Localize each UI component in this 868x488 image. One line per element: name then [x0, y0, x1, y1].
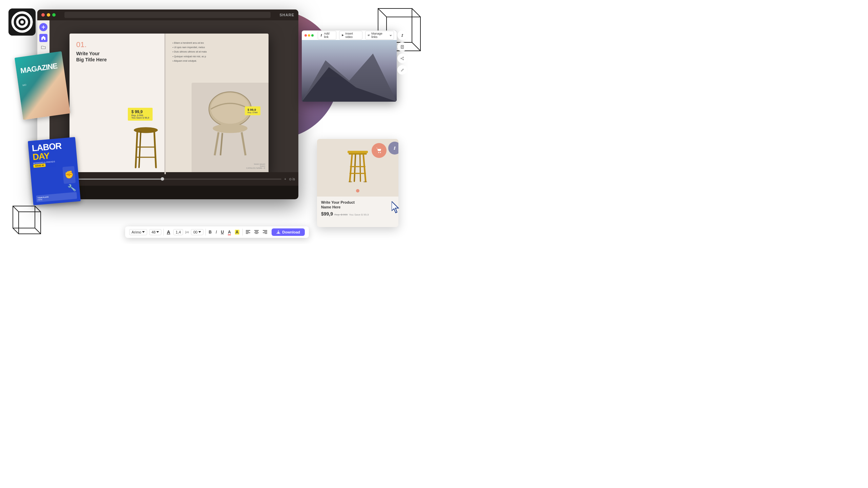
- insert-video-button[interactable]: Insert video: [339, 31, 362, 40]
- browser-dot-minimize[interactable]: [47, 13, 50, 17]
- product-image-area: [317, 139, 398, 197]
- page-icon: [400, 45, 404, 49]
- align-left-button[interactable]: [244, 229, 251, 236]
- vp-dot-green: [311, 34, 314, 37]
- link-small-icon: [400, 34, 404, 37]
- video-share-icon-btn[interactable]: [397, 54, 407, 63]
- text-color-button[interactable]: A: [227, 229, 232, 235]
- chevron-down-icon: [390, 34, 392, 37]
- product-link-button[interactable]: [388, 142, 398, 155]
- app-logo: [7, 7, 37, 37]
- manage-links-button[interactable]: Manage links: [365, 31, 394, 40]
- book-spine: [164, 34, 166, 174]
- folder-icon: [41, 45, 46, 50]
- sidebar-item-home[interactable]: [39, 34, 47, 42]
- svg-rect-71: [255, 233, 257, 234]
- svg-rect-68: [254, 230, 258, 231]
- svg-rect-73: [264, 231, 267, 232]
- underline-button[interactable]: U: [220, 229, 225, 235]
- timeline-info: ⊙ is: [289, 177, 295, 181]
- product-name: Write Your Product Name Here: [321, 200, 394, 210]
- video-link-icon-btn[interactable]: [397, 30, 407, 40]
- video-toolbar: Add link Insert video Manage links: [302, 30, 397, 40]
- browser-dot-close[interactable]: [41, 13, 45, 17]
- product-stool-svg: [344, 146, 371, 190]
- align-center-button[interactable]: [253, 229, 259, 236]
- video-panel: Add link Insert video Manage links: [302, 30, 397, 102]
- mag-teal-title: MAGAZINE: [20, 62, 58, 75]
- svg-line-3: [412, 8, 420, 17]
- svg-point-30: [211, 93, 249, 124]
- browser-share-button[interactable]: SHARE: [279, 13, 294, 17]
- download-button[interactable]: Download: [271, 228, 305, 236]
- plus-icon: [41, 25, 45, 29]
- font-size-selector[interactable]: 48: [149, 229, 161, 235]
- svg-rect-75: [264, 233, 267, 234]
- svg-rect-70: [254, 232, 258, 233]
- edit-icon: [400, 68, 404, 72]
- sidebar-add-button[interactable]: [39, 23, 47, 31]
- toolbar-divider-3: [242, 229, 242, 236]
- svg-rect-74: [262, 232, 267, 233]
- svg-line-26: [139, 132, 141, 167]
- font-size-large-button[interactable]: A: [166, 229, 171, 236]
- svg-line-5: [412, 42, 420, 51]
- line-height-label: |AI: [185, 230, 189, 234]
- video-side-icons: [397, 30, 407, 75]
- timeline-bar[interactable]: [65, 179, 281, 180]
- browser-titlebar: SHARE: [37, 9, 298, 20]
- add-link-button[interactable]: Add link: [318, 31, 336, 40]
- svg-rect-66: [245, 232, 250, 233]
- highlight-button[interactable]: A: [234, 229, 240, 235]
- sidebar-item-files[interactable]: [39, 43, 47, 52]
- svg-marker-63: [392, 201, 398, 213]
- browser-url-bar: [64, 12, 271, 18]
- svg-line-50: [401, 59, 402, 59]
- svg-line-33: [241, 132, 245, 155]
- product-price-main: $99,9: [321, 211, 333, 217]
- video-page-icon-btn[interactable]: [397, 42, 407, 52]
- svg-point-46: [402, 57, 403, 58]
- labor-fist-icon: ✊: [62, 166, 76, 184]
- svg-point-47: [402, 59, 403, 60]
- svg-point-31: [213, 124, 247, 133]
- share-icon: [400, 57, 404, 60]
- video-panel-dots: [304, 34, 314, 37]
- book-right-page: • Etiam a hendrerit arcu at leo • Ut qui…: [166, 34, 269, 174]
- svg-line-32: [215, 132, 218, 155]
- svg-line-49: [401, 57, 402, 58]
- toolbar-divider-2: [205, 229, 205, 236]
- bold-button[interactable]: B: [208, 229, 213, 235]
- font-dropdown-icon: [142, 231, 145, 233]
- price-tag-right: $ 99,9 Rep. $ 999: [245, 106, 260, 115]
- vp-dot-red: [304, 34, 307, 37]
- font-family-selector[interactable]: Arimo: [129, 229, 147, 235]
- align-left-icon: [245, 230, 250, 234]
- book-left-page: 01. Write Your Big Title Here: [70, 34, 164, 174]
- svg-line-11: [35, 228, 41, 234]
- svg-line-10: [13, 228, 19, 234]
- align-center-icon: [254, 230, 258, 234]
- add-to-cart-button[interactable]: [372, 143, 387, 158]
- align-right-button[interactable]: [261, 229, 268, 236]
- svg-line-34: [220, 133, 222, 156]
- svg-rect-67: [245, 233, 248, 234]
- video-background: [302, 40, 397, 102]
- svg-rect-69: [255, 231, 258, 232]
- letter-spacing-selector[interactable]: 00: [191, 229, 203, 235]
- browser-dot-maximize[interactable]: [52, 13, 56, 17]
- svg-line-56: [360, 155, 360, 181]
- italic-button[interactable]: I: [215, 229, 218, 235]
- timeline-add-button[interactable]: +: [284, 177, 286, 181]
- svg-rect-37: [368, 36, 369, 36]
- page-number: 01.: [76, 40, 158, 49]
- svg-line-55: [354, 155, 355, 181]
- svg-line-53: [350, 155, 352, 181]
- home-icon: [41, 36, 46, 40]
- line-height-control[interactable]: 1,4: [173, 229, 183, 235]
- video-edit-icon-btn[interactable]: [397, 65, 407, 75]
- svg-line-54: [363, 155, 366, 181]
- stool-illustration-left: [131, 123, 161, 174]
- video-main-area: [302, 40, 397, 102]
- svg-point-60: [363, 181, 367, 182]
